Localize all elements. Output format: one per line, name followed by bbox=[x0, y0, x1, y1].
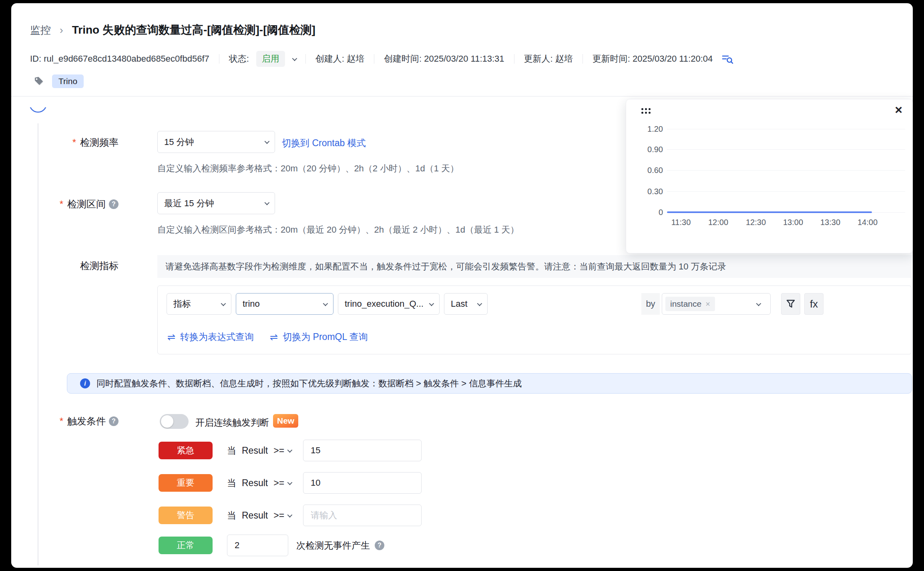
chevron-down-icon[interactable] bbox=[292, 56, 297, 61]
recovery-count-input[interactable] bbox=[227, 535, 288, 556]
x-tick: 13:30 bbox=[814, 218, 846, 227]
crontab-mode-link[interactable]: 切换到 Crontab 模式 bbox=[282, 137, 366, 149]
alert-rule-window: 监控 › Trino 失败的查询数量过高-[阈值检测]-[阈值检测] ID: r… bbox=[11, 3, 913, 568]
gridline bbox=[667, 149, 905, 150]
divider bbox=[583, 54, 583, 64]
change-history-icon[interactable] bbox=[721, 53, 733, 65]
severity-badge-normal: 正常 bbox=[159, 537, 213, 554]
group-by-select[interactable]: instance × bbox=[662, 293, 771, 315]
chevron-down-icon bbox=[429, 301, 434, 306]
status-badge[interactable]: 启用 bbox=[256, 51, 285, 67]
required-mark: * bbox=[60, 199, 63, 210]
threshold-input-critical[interactable] bbox=[303, 440, 422, 461]
y-tick: 0.60 bbox=[635, 166, 663, 175]
tag-row: Trino bbox=[34, 74, 84, 88]
updated-by: 更新人: 赵培 bbox=[524, 53, 573, 65]
chevron-down-icon bbox=[221, 301, 226, 306]
query-links: ⇌ 转换为表达式查询 ⇌ 切换为 PromQL 查询 bbox=[167, 331, 368, 343]
tag-chip-trino[interactable]: Trino bbox=[52, 74, 84, 88]
breadcrumb: 监控 › Trino 失败的查询数量过高-[阈值检测]-[阈值检测] bbox=[30, 22, 315, 38]
y-tick: 0.90 bbox=[635, 145, 663, 154]
filter-button[interactable] bbox=[781, 293, 800, 315]
chevron-down-icon bbox=[265, 200, 270, 205]
divider bbox=[374, 54, 374, 64]
swap-icon: ⇌ bbox=[167, 332, 175, 343]
gridline bbox=[667, 129, 905, 129]
condition-critical: 当 Result >= bbox=[227, 442, 291, 459]
x-tick: 12:00 bbox=[702, 218, 734, 227]
remove-tag-icon[interactable]: × bbox=[705, 300, 710, 309]
divider bbox=[219, 54, 219, 64]
convert-expression-link[interactable]: ⇌ 转换为表达式查询 bbox=[167, 331, 254, 343]
info-icon: i bbox=[80, 378, 90, 388]
updated-at: 更新时间: 2025/03/20 11:20:04 bbox=[593, 53, 713, 65]
group-by-tag[interactable]: instance × bbox=[665, 297, 715, 311]
toggle-label: 开启连续触发判断 bbox=[195, 416, 269, 429]
funnel-icon bbox=[786, 299, 795, 309]
priority-info-banner: i 同时配置触发条件、数据断档、信息生成时，按照如下优先级判断触发：数据断档 >… bbox=[67, 373, 912, 394]
condition-major: 当 Result >= bbox=[227, 474, 291, 492]
chevron-down-icon bbox=[287, 512, 293, 517]
header-divider bbox=[11, 96, 913, 97]
operator-select[interactable]: >= bbox=[273, 445, 291, 456]
chevron-down-icon bbox=[265, 139, 270, 144]
divider bbox=[514, 54, 514, 64]
aggregation-select[interactable]: Last bbox=[444, 293, 488, 315]
help-icon[interactable]: ? bbox=[375, 541, 384, 550]
rule-id: ID: rul_e9d667e8cd13480abed685ec0fbd56f7 bbox=[30, 54, 209, 64]
trigger-label: * 触发条件 ? bbox=[11, 415, 119, 428]
step-connector-line bbox=[38, 123, 38, 565]
x-tick: 11:30 bbox=[665, 218, 697, 227]
function-button[interactable]: fx bbox=[804, 293, 824, 315]
banner-text: 同时配置触发条件、数据断档、信息生成时，按照如下优先级判断触发：数据断档 > 触… bbox=[96, 378, 522, 390]
range-help: 自定义输入检测区间参考格式：20m（最近 20 分钟）、2h（最近 2 小时）、… bbox=[157, 224, 519, 236]
frequency-select[interactable]: 15 分钟 bbox=[157, 131, 275, 153]
condition-warning: 当 Result >= bbox=[227, 507, 291, 524]
y-tick: 1.20 bbox=[635, 125, 663, 134]
metric-select[interactable]: trino_execution_Q... bbox=[338, 293, 440, 315]
preview-chart-panel: × 1.20 0.90 0.60 0.30 0 11:30 12:00 12:3… bbox=[626, 99, 913, 253]
range-value: 最近 15 分钟 bbox=[164, 197, 214, 209]
range-select[interactable]: 最近 15 分钟 bbox=[157, 192, 275, 214]
threshold-input-major[interactable] bbox=[303, 472, 422, 494]
help-icon[interactable]: ? bbox=[109, 199, 119, 209]
close-icon[interactable]: × bbox=[895, 103, 902, 116]
help-icon[interactable]: ? bbox=[109, 416, 119, 426]
y-tick: 0.30 bbox=[635, 187, 663, 196]
x-tick: 13:00 bbox=[777, 218, 809, 227]
breadcrumb-root[interactable]: 监控 bbox=[30, 23, 51, 37]
query-type-select[interactable]: 指标 bbox=[167, 293, 231, 315]
operator-select[interactable]: >= bbox=[273, 510, 291, 521]
metric-notice: 请避免选择高基数字段作为检测维度，如果配置不当，触发条件过于宽松，可能会引发频繁… bbox=[157, 255, 912, 278]
gridline bbox=[667, 170, 905, 171]
created-by: 创建人: 赵培 bbox=[315, 53, 364, 65]
severity-badge-critical: 紧急 bbox=[159, 442, 213, 459]
toggle-knob bbox=[161, 415, 173, 428]
status-label: 状态: bbox=[229, 53, 249, 65]
threshold-input-warning[interactable] bbox=[303, 505, 422, 526]
by-label: by bbox=[641, 293, 660, 315]
continuous-trigger-toggle[interactable] bbox=[160, 414, 189, 429]
chevron-down-icon bbox=[287, 480, 293, 485]
query-builder: 指标 trino trino_execution_Q... Last by in… bbox=[157, 286, 912, 354]
page-title: Trino 失败的查询数量过高-[阈值检测]-[阈值检测] bbox=[72, 22, 315, 38]
chevron-down-icon bbox=[323, 301, 328, 306]
x-tick: 14:00 bbox=[852, 218, 884, 227]
drag-handle-icon[interactable] bbox=[641, 108, 651, 114]
frequency-value: 15 分钟 bbox=[164, 136, 194, 148]
series-line bbox=[667, 211, 872, 213]
switch-promql-link[interactable]: ⇌ 切换为 PromQL 查询 bbox=[270, 331, 368, 343]
frequency-help: 自定义输入检测频率参考格式：20m（20 分钟）、2h（2 小时）、1d（1 天… bbox=[157, 163, 459, 175]
gridline bbox=[667, 191, 905, 192]
severity-badge-major: 重要 bbox=[159, 474, 213, 492]
created-at: 创建时间: 2025/03/20 11:13:31 bbox=[384, 53, 504, 65]
range-label: * 检测区间 ? bbox=[11, 198, 119, 211]
y-tick: 0 bbox=[635, 208, 663, 217]
operator-select[interactable]: >= bbox=[273, 478, 291, 489]
metric-label: 检测指标 bbox=[11, 259, 119, 272]
new-badge: New bbox=[273, 414, 298, 428]
datasource-select[interactable]: trino bbox=[236, 293, 333, 315]
query-row: 指标 trino trino_execution_Q... Last by in… bbox=[167, 293, 902, 315]
rule-meta-row: ID: rul_e9d667e8cd13480abed685ec0fbd56f7… bbox=[30, 50, 733, 67]
chevron-down-icon bbox=[756, 301, 761, 306]
